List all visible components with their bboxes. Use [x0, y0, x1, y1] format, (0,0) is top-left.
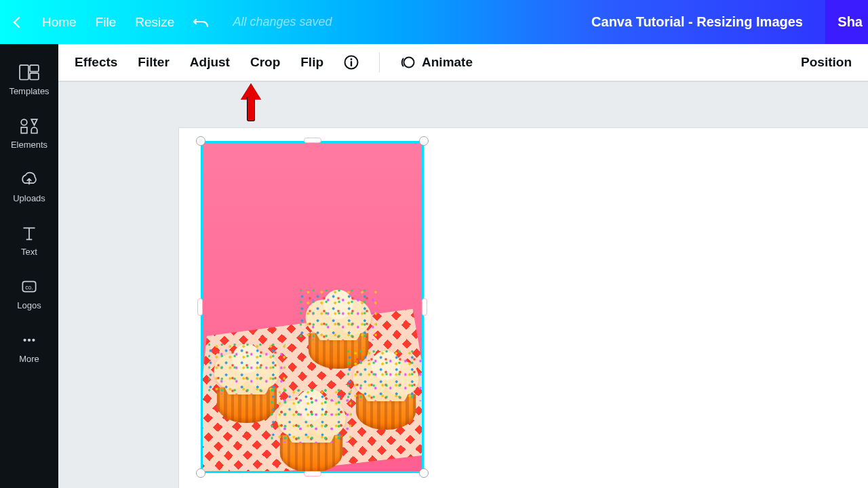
svg-text:co.: co.	[25, 284, 33, 291]
effects-button[interactable]: Effects	[75, 55, 117, 70]
header-left-group: Home File Resize All changes saved	[0, 15, 332, 30]
image-content[interactable]	[201, 141, 424, 473]
logos-icon: co.	[19, 279, 39, 295]
svg-rect-2	[30, 73, 39, 80]
filter-button[interactable]: Filter	[138, 55, 169, 70]
sidebar-item-templates[interactable]: Templates	[0, 55, 58, 108]
resize-handle-top[interactable]	[304, 138, 321, 143]
resize-handle-top-left[interactable]	[196, 136, 205, 146]
adjust-button[interactable]: Adjust	[190, 55, 230, 70]
resize-menu[interactable]: Resize	[135, 15, 174, 30]
svg-rect-5	[21, 127, 27, 134]
save-status: All changes saved	[233, 15, 332, 29]
svg-rect-0	[20, 65, 28, 79]
image-context-toolbar: Effects Filter Adjust Crop Flip Animate …	[58, 44, 868, 82]
svg-point-14	[404, 58, 414, 68]
uploads-icon	[19, 171, 39, 188]
app-header: Home File Resize All changes saved Canva…	[0, 0, 868, 44]
file-menu[interactable]: File	[96, 15, 117, 30]
sidebar-item-label: Logos	[17, 300, 41, 310]
elements-icon	[19, 118, 39, 134]
back-icon[interactable]	[14, 16, 25, 28]
resize-handle-bottom[interactable]	[304, 471, 321, 476]
svg-point-10	[32, 339, 35, 342]
info-icon[interactable]	[344, 55, 359, 70]
more-icon	[19, 332, 39, 348]
animate-button[interactable]: Animate	[422, 55, 473, 70]
text-icon	[19, 225, 39, 241]
resize-handle-left[interactable]	[197, 298, 203, 316]
svg-point-12	[351, 58, 353, 60]
position-button[interactable]: Position	[801, 55, 852, 70]
svg-marker-4	[31, 119, 37, 125]
resize-handle-top-right[interactable]	[419, 136, 429, 146]
svg-rect-1	[30, 65, 39, 72]
annotation-arrow-icon	[241, 82, 261, 124]
sidebar-item-label: Elements	[11, 140, 47, 150]
crop-button[interactable]: Crop	[250, 55, 280, 70]
toolbar-divider	[379, 52, 380, 73]
sidebar-item-label: More	[19, 354, 39, 364]
sidebar-item-elements[interactable]: Elements	[0, 108, 58, 162]
document-title[interactable]: Canva Tutorial - Resizing Images	[591, 14, 803, 30]
resize-handle-bottom-right[interactable]	[419, 468, 429, 478]
svg-rect-13	[351, 61, 352, 66]
svg-point-3	[21, 119, 27, 125]
resize-handle-bottom-left[interactable]	[196, 468, 205, 478]
svg-point-9	[28, 339, 31, 342]
sidebar-item-logos[interactable]: co. Logos	[0, 269, 58, 323]
canvas-area[interactable]	[58, 82, 868, 488]
sidebar-item-label: Text	[21, 247, 37, 257]
svg-point-8	[23, 339, 26, 342]
home-menu[interactable]: Home	[42, 15, 77, 30]
sidebar-item-uploads[interactable]: Uploads	[0, 162, 58, 216]
left-sidebar: Templates Elements Uploads Text co. Logo…	[0, 44, 58, 488]
sidebar-item-text[interactable]: Text	[0, 216, 58, 269]
selected-image[interactable]	[201, 141, 424, 473]
image-decor-cupcake	[267, 383, 356, 472]
flip-button[interactable]: Flip	[300, 55, 323, 70]
sidebar-item-more[interactable]: More	[0, 323, 58, 376]
animate-icon[interactable]: Animate	[400, 55, 473, 70]
undo-button[interactable]	[193, 18, 208, 27]
templates-icon	[19, 64, 39, 81]
share-button[interactable]: Sha	[825, 0, 868, 44]
sidebar-item-label: Uploads	[13, 193, 45, 203]
sidebar-item-label: Templates	[9, 86, 49, 96]
resize-handle-right[interactable]	[422, 298, 427, 316]
